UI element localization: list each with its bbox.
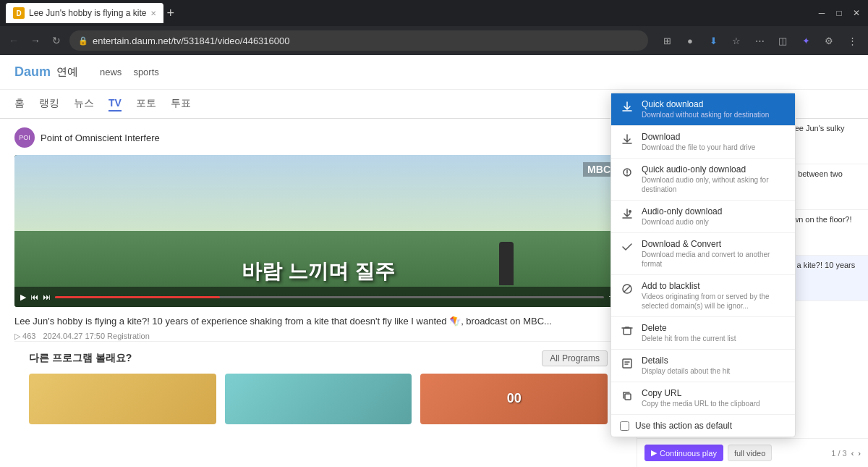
copilot-icon[interactable]: ✦ [796,30,816,51]
blacklist-icon [620,282,634,296]
details-content: Details Display details about the hit [642,355,786,376]
dropdown-item-download[interactable]: Download Download the file to your hard … [611,126,795,159]
copy-url-content: Copy URL Copy the media URL to the clipb… [642,388,786,408]
favicon-letter: D [16,9,21,17]
refresh-button[interactable]: ↻ [49,32,64,49]
back-button[interactable]: ← [6,32,22,49]
favorites-icon[interactable]: ☆ [726,30,746,51]
default-action-checkbox-row[interactable]: Use this action as default [611,415,795,437]
more-programs-header: 다른 프로그램 볼래요? All Programs [29,350,608,366]
quick-audio-title: Quick audio-only download [642,164,786,174]
nav-news[interactable]: 뉴스 [74,97,94,112]
program-card-3[interactable]: 00 [420,374,608,429]
new-tab-button[interactable]: + [166,6,174,21]
dropdown-item-quick-download[interactable]: Quick download Download without asking f… [611,93,795,126]
lock-icon: 🔒 [78,36,88,46]
dropdown-item-delete[interactable]: Delete Delete hit from the current list [611,317,795,350]
play-button[interactable]: ▶ [20,293,26,302]
logo-text: Daum [14,64,51,80]
nav-tv[interactable]: TV [109,97,122,112]
address-bar: ← → ↻ 🔒 entertain.daum.net/tv/531841/vid… [0,26,868,55]
quick-audio-desc: Download audio only, without asking for … [642,175,786,194]
nav-news[interactable]: news [100,67,122,77]
video-progress-bar[interactable] [55,296,604,298]
site-logo[interactable]: Daum 연예 [14,64,78,80]
maximize-button[interactable]: □ [833,7,845,19]
dropdown-item-download-convert[interactable]: Download & Convert Download media and co… [611,233,795,275]
svg-rect-3 [624,328,631,335]
channel-info: POI Point of Omniscient Interfere [14,127,622,148]
nav-home[interactable]: 홈 [14,97,25,112]
quick-audio-content: Quick audio-only download Download audio… [642,164,786,194]
browser-titlebar: D Lee Jun's hobby is flying a kite ✕ + ─… [0,0,868,26]
forward-button[interactable]: → [27,32,43,49]
download-content: Download Download the file to your hard … [642,132,786,152]
video-overlay-text: 바람 느끼며 질주 [242,258,395,285]
browser-menu-icon[interactable]: ⋯ [749,30,770,51]
next-page-button[interactable]: › [858,449,861,458]
blacklist-desc: Videos originating from or served by the… [642,292,786,311]
dropdown-item-audio-download[interactable]: Audio-only download Download audio only [611,201,795,233]
default-action-label: Use this action as default [635,421,732,431]
program-card-2[interactable] [225,374,412,429]
download-manager-icon[interactable]: ⬇ [703,30,723,51]
svg-rect-5 [625,394,631,400]
dropdown-item-details[interactable]: Details Display details about the hit [611,350,795,382]
more-programs-section: 다른 프로그램 볼래요? All Programs 00 [14,341,622,437]
sidebar-toggle-icon[interactable]: ◫ [773,30,793,51]
all-programs-button[interactable]: All Programs [542,350,608,366]
audio-download-desc: Download audio only [642,217,786,227]
more-tools-icon[interactable]: ⋮ [842,30,862,51]
active-tab[interactable]: D Lee Jun's hobby is flying a kite ✕ [6,3,163,23]
nav-photo[interactable]: 포토 [136,97,156,112]
url-bar[interactable]: 🔒 entertain.daum.net/tv/531841/video/446… [69,30,648,51]
nav-sports[interactable]: sports [133,67,158,77]
settings-icon[interactable]: ⚙ [819,30,839,51]
page-content: Daum 연예 news sports 홈 랭킹 뉴스 TV 포토 투표 POI… [0,55,868,467]
dropdown-item-blacklist[interactable]: Add to blacklist Videos originating from… [611,275,795,317]
quick-download-title: Quick download [642,99,786,109]
close-button[interactable]: ✕ [851,7,862,19]
audio-download-title: Audio-only download [642,206,786,216]
page-info: 1 / 3 [831,449,846,458]
details-icon [620,356,634,371]
quick-download-icon [620,100,634,114]
program-card-1[interactable] [29,374,216,429]
play-icon: ▶ [651,448,657,458]
channel-name: Point of Omniscient Interfere [41,132,160,143]
video-player[interactable]: 바람 느끼며 질주 MBC ▶ ⏮ ⏭ ⋯ [14,155,622,307]
tab-title: Lee Jun's hobby is flying a kite [29,8,146,18]
logo-sub-text: 연예 [56,65,78,79]
left-panel: POI Point of Omniscient Interfere 바람 느끼며… [0,119,637,467]
programs-row: 00 [29,374,608,429]
tab-close-button[interactable]: ✕ [150,9,156,17]
continuous-play-button[interactable]: ▶ Continuous play [644,445,723,461]
prev-page-button[interactable]: ‹ [851,449,854,458]
video-progress-fill [55,296,220,298]
publish-date: 2024.04.27 17:50 Registration [43,332,149,341]
profile-icon[interactable]: ● [680,30,700,51]
blacklist-title: Add to blacklist [642,281,786,291]
svg-rect-4 [623,359,631,368]
dropdown-menu: Quick download Download without asking f… [610,93,796,437]
video-controls[interactable]: ▶ ⏮ ⏭ ⋯ [14,287,622,307]
next-button[interactable]: ⏭ [43,293,51,301]
nav-vote[interactable]: 투표 [171,97,191,112]
minimize-button[interactable]: ─ [816,7,827,19]
download-icon [620,132,634,147]
extensions-icon[interactable]: ⊞ [657,30,677,51]
more-programs-title: 다른 프로그램 볼래요? [29,352,132,365]
prev-button[interactable]: ⏮ [30,293,38,301]
pagination: 1 / 3 ‹ › [831,449,861,458]
default-action-checkbox[interactable] [620,421,629,431]
full-video-button[interactable]: full video [728,445,772,461]
audio-download-icon [620,207,634,222]
site-nav: news sports [100,67,159,77]
nav-ranking[interactable]: 랭킹 [39,97,59,112]
copy-url-title: Copy URL [642,388,786,398]
url-text: entertain.daum.net/tv/531841/video/44631… [93,35,290,46]
program-thumb-3: 00 [420,374,608,424]
dropdown-item-copy-url[interactable]: Copy URL Copy the media URL to the clipb… [611,382,795,415]
program-thumb-2 [225,374,412,424]
dropdown-item-quick-audio[interactable]: Quick audio-only download Download audio… [611,159,795,201]
